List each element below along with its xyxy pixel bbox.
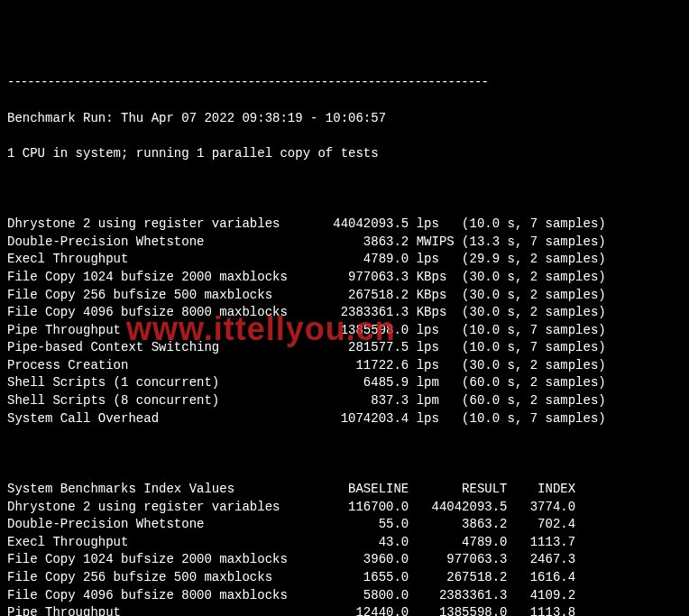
raw-results-block: Dhrystone 2 using register variables 440… <box>7 216 682 428</box>
blank-line <box>7 446 682 464</box>
index-values-block: System Benchmarks Index Values BASELINE … <box>7 481 682 616</box>
run-timestamp-line: Benchmark Run: Thu Apr 07 2022 09:38:19 … <box>7 110 682 128</box>
separator-top: ----------------------------------------… <box>7 74 682 92</box>
cpu-info-line: 1 CPU in system; running 1 parallel copy… <box>7 145 682 163</box>
blank-line <box>7 180 682 198</box>
